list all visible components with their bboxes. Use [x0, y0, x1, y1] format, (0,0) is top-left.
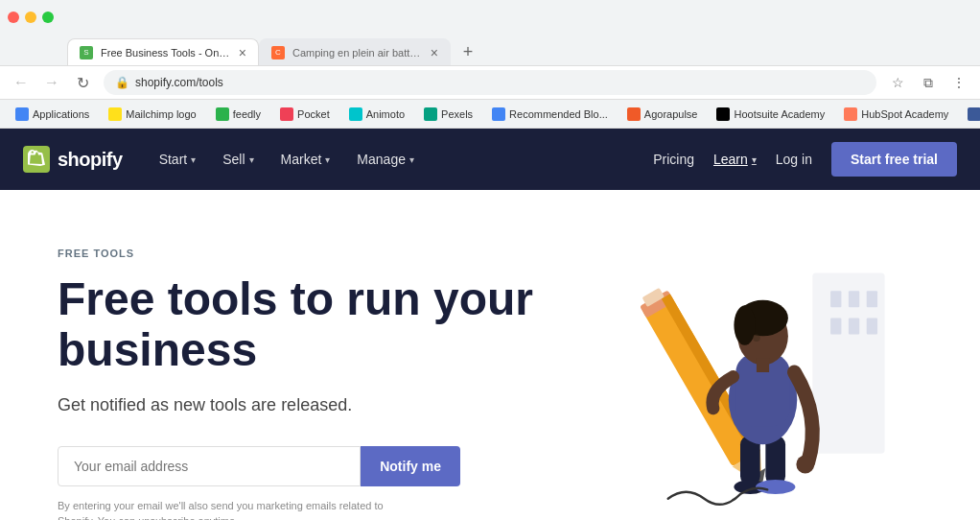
svg-rect-1 [830, 291, 841, 307]
bookmarks-bar: Applications Mailchimp logo feedly Pocke… [0, 100, 980, 129]
bookmark-icon [492, 107, 505, 121]
svg-rect-2 [849, 291, 859, 307]
bookmark-icon [844, 107, 857, 121]
extensions-icon[interactable]: ⧉ [915, 69, 942, 96]
svg-point-16 [756, 480, 795, 494]
tabs-bar: S Free Business Tools - Online To... × C… [0, 35, 980, 65]
bookmark-mailchimp[interactable]: Mailchimp logo [101, 106, 203, 123]
address-bar: ← → ↻ 🔒 shopify.com/tools ☆ ⧉ ⋮ [0, 65, 980, 100]
tab-title-1: Free Business Tools - Online To... [101, 47, 231, 59]
email-input[interactable] [58, 446, 361, 486]
bookmark-label: Recommended Blo... [509, 108, 608, 120]
bookmark-icon [280, 107, 293, 121]
tab-favicon-1: S [80, 46, 93, 59]
back-button[interactable]: ← [8, 69, 35, 96]
svg-point-24 [796, 456, 814, 474]
tab-favicon-2: C [271, 46, 285, 59]
bookmark-icon [15, 107, 29, 121]
bookmark-icon [716, 107, 730, 121]
bookmark-icon [968, 107, 980, 121]
nav-pricing-link[interactable]: Pricing [653, 152, 694, 167]
tab-title-2: Camping en plein air batterie de [292, 47, 423, 59]
reload-button[interactable]: ↻ [69, 69, 96, 96]
svg-rect-4 [830, 319, 841, 335]
page-content: FREE TOOLS Free tools to run yourbusines… [0, 190, 980, 520]
hero-svg [558, 219, 922, 520]
nav-start-chevron: ▾ [191, 154, 196, 165]
bookmark-label: Agorapulse [644, 108, 698, 120]
bookmark-star-icon[interactable]: ☆ [884, 69, 911, 96]
bookmark-label: feedly [233, 108, 261, 120]
new-tab-button[interactable]: + [455, 38, 481, 65]
svg-rect-23 [757, 359, 769, 372]
nav-items: Start ▾ Sell ▾ Market ▾ Manage ▾ [146, 129, 654, 190]
bookmark-icon [424, 107, 437, 121]
svg-rect-3 [867, 291, 877, 307]
nav-right: Pricing Learn ▾ Log in Start free trial [653, 142, 957, 177]
window-controls [8, 12, 54, 23]
nav-market[interactable]: Market ▾ [268, 129, 344, 190]
close-window-button[interactable] [8, 12, 19, 23]
shopify-logo[interactable]: shopify [23, 146, 123, 173]
inactive-tab[interactable]: C Camping en plein air batterie de × [259, 38, 451, 65]
nav-start[interactable]: Start ▾ [146, 129, 210, 190]
bookmark-hubspot[interactable]: HubSpot Academy [836, 106, 956, 123]
bookmark-icon [349, 107, 362, 121]
nav-sell-chevron: ▾ [249, 154, 254, 165]
maximize-window-button[interactable] [42, 12, 54, 23]
url-bar[interactable]: 🔒 shopify.com/tools [104, 70, 876, 95]
hero-illustration [558, 219, 922, 520]
bookmark-label: Pocket [297, 108, 330, 120]
nav-manage-label: Manage [357, 152, 406, 167]
hero-title: Free tools to run yourbusiness [58, 274, 537, 376]
bookmark-agorapulse[interactable]: Agorapulse [619, 106, 706, 123]
shopify-wordmark: shopify [58, 149, 123, 171]
url-text: shopify.com/tools [135, 76, 223, 89]
tab-close-2[interactable]: × [431, 45, 438, 60]
bookmark-icon [216, 107, 229, 121]
bookmark-recommended[interactable]: Recommended Blo... [484, 106, 616, 123]
nav-learn-chevron: ▾ [752, 154, 757, 165]
bookmark-label: Mailchimp logo [126, 108, 196, 120]
bookmark-label: Hootsuite Academy [734, 108, 825, 120]
bookmark-danilo[interactable]: Danilo Duchesnes [960, 106, 980, 123]
nav-start-label: Start [159, 152, 188, 167]
bookmark-applications[interactable]: Applications [8, 106, 97, 123]
nav-learn-label: Learn [713, 152, 748, 167]
toolbar-icons: ☆ ⧉ ⋮ [884, 69, 972, 96]
menu-icon[interactable]: ⋮ [945, 69, 972, 96]
title-bar [0, 0, 980, 35]
notify-button[interactable]: Notify me [361, 446, 460, 486]
shopify-navbar: shopify Start ▾ Sell ▾ Market ▾ Manage ▾… [0, 129, 980, 190]
nav-learn-link[interactable]: Learn ▾ [713, 152, 757, 167]
svg-point-22 [753, 334, 760, 342]
svg-rect-5 [849, 319, 859, 335]
email-form: Notify me [58, 446, 460, 486]
nav-market-label: Market [281, 152, 322, 167]
start-trial-button[interactable]: Start free trial [831, 142, 957, 177]
bookmark-label: Applications [33, 108, 89, 120]
tab-close-1[interactable]: × [239, 45, 246, 60]
bookmark-feedly[interactable]: feedly [208, 106, 268, 123]
bookmark-pexels[interactable]: Pexels [416, 106, 480, 123]
nav-manage[interactable]: Manage ▾ [343, 129, 428, 190]
lock-icon: 🔒 [115, 76, 129, 89]
nav-market-chevron: ▾ [325, 154, 330, 165]
nav-sell-label: Sell [222, 152, 245, 167]
shopify-bag-icon [23, 146, 50, 173]
active-tab[interactable]: S Free Business Tools - Online To... × [67, 38, 259, 65]
forward-button[interactable]: → [38, 69, 65, 96]
bookmark-icon [627, 107, 641, 121]
browser-chrome: S Free Business Tools - Online To... × C… [0, 0, 980, 129]
bookmark-pocket[interactable]: Pocket [272, 106, 338, 123]
svg-rect-6 [867, 319, 877, 335]
nav-login-link[interactable]: Log in [776, 152, 812, 167]
bookmark-hootsuite[interactable]: Hootsuite Academy [709, 106, 832, 123]
minimize-window-button[interactable] [25, 12, 36, 23]
nav-controls: ← → ↻ [8, 69, 96, 96]
bookmark-label: HubSpot Academy [861, 108, 948, 120]
nav-sell[interactable]: Sell ▾ [209, 129, 267, 190]
nav-manage-chevron: ▾ [409, 154, 414, 165]
bookmark-animoto[interactable]: Animoto [341, 106, 412, 123]
bookmark-label: Animoto [366, 108, 405, 120]
